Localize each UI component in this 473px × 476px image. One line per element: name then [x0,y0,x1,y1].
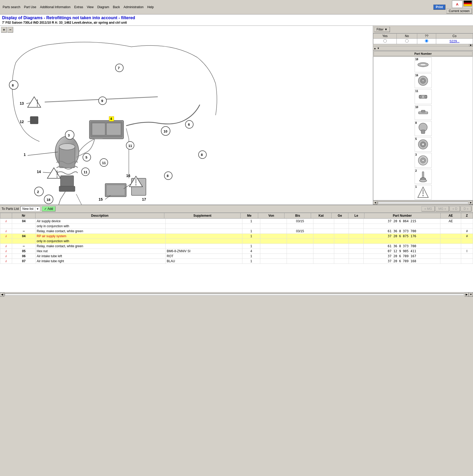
table-cell: i [0,254,12,259]
table-cell [242,224,260,229]
parts-scroll-left-arrow[interactable]: ◀ [0,292,4,297]
table-row[interactable]: i--Relay, make contact, white green161 3… [0,244,473,249]
menu-additional-info[interactable]: Additional Information [38,5,72,9]
menu-back[interactable]: Back [111,5,121,9]
info-icon[interactable]: i [6,245,6,248]
parts-scroll-right-arrow[interactable]: ▶ [465,292,469,297]
thumb-11[interactable]: 11 [415,89,432,104]
table-row[interactable]: i07Air intake tube rightBLAU137 20 6 789… [0,259,473,264]
table-cell: 4 [242,249,260,254]
table-cell [260,234,287,239]
current-screen-button[interactable]: Current screen [446,8,472,14]
zoom-controls: + − [1,27,13,33]
table-cell [313,234,334,239]
main-content: + − [0,26,473,205]
scroll-right-arrow-bottom[interactable]: ▶ [469,201,473,205]
table-cell: 05 [12,249,35,254]
table-cell [334,259,349,264]
scroll-right-arrow[interactable]: ▶ [469,44,473,46]
filter-link[interactable]: S229... [450,39,460,43]
zoom-out-button[interactable]: − [7,27,13,33]
table-cell [287,254,313,259]
thumb-5[interactable]: 5 [415,137,432,152]
table-row[interactable]: i05Hex nutBM6-8-ZNNIV SI407 12 9 905 411… [0,249,473,254]
table-cell: -- [12,244,35,249]
zoom-in-button[interactable]: + [1,27,7,33]
svg-point-85 [422,159,424,161]
info-icon[interactable]: i [6,255,6,258]
table-cell [461,239,473,244]
svg-text:11: 11 [84,170,87,174]
table-cell [349,219,363,224]
filter-radio-no[interactable] [397,39,417,44]
menu-part-use[interactable]: Part Use [22,5,38,9]
table-row[interactable]: i06Air intake tube leftROT137 20 6 789 1… [0,254,473,259]
title-area: Display of Diagrams - Retrofittings not … [0,14,473,26]
menu-view[interactable]: View [85,5,95,9]
thumb-8[interactable]: 8 [415,121,432,136]
col-kat: Kat [311,213,331,219]
table-cell [364,224,440,229]
nav-mg-prev-button[interactable]: « MG [421,206,435,211]
table-cell: only in conjunction with [35,224,165,229]
menu-help[interactable]: Help [146,5,155,9]
info-icon[interactable]: i [6,250,6,253]
new-list-control[interactable]: New list ▼ [21,206,40,211]
table-row[interactable]: i04Air supply device103/1537 20 6 864 21… [0,219,473,224]
svg-text:11: 11 [102,161,106,165]
title-sub-bold: 33_1462 Levell.device, air spring and ct… [59,21,127,24]
table-row[interactable]: only in conjunction with [0,224,473,229]
thumb-1[interactable]: 1 [415,185,432,200]
thumb-18[interactable]: 18 [415,57,432,72]
menu-parts-search[interactable]: Parts search [1,5,22,9]
table-cell [166,234,242,239]
scroll-left-arrow-bottom[interactable]: ◀ [373,201,377,205]
menu-diagram[interactable]: Diagram [96,5,111,9]
table-cell [260,224,287,229]
thumbnails-panel[interactable]: 18 16 11 10 8 5 [373,57,473,200]
nav-d-prev-button[interactable]: « D [450,206,460,211]
parts-scroll-down-arrow[interactable]: ▼ [469,292,473,297]
nav-d-next-button[interactable]: D » [461,206,471,211]
col-ge: Ge [331,213,348,219]
thumb-2[interactable]: 2 [415,169,432,184]
parts-toolbar: To Parts List New list ▼ ✓ Add « MG MG »… [0,205,473,213]
filter-link-cell[interactable]: S229... [436,39,473,44]
thumb-3[interactable]: 3 [415,153,432,168]
diagram-area: + − [0,26,373,205]
table-row[interactable]: i04RP air supply system137 20 6 875 176# [0,234,473,239]
table-cell: 07 12 9 905 411 [364,249,440,254]
menu-extras[interactable]: Extras [73,5,85,9]
table-cell: i [0,229,12,234]
table-row[interactable]: i--Relay, make contact, white green103/1… [0,229,473,234]
to-parts-list-label: To Parts List [2,207,19,211]
table-cell [260,254,287,259]
nav-mg-next-button[interactable]: MG » [435,206,449,211]
table-cell [260,219,287,224]
thumb-16[interactable]: 16 [415,73,432,88]
svg-rect-10 [106,123,121,135]
info-icon[interactable]: i [6,220,6,223]
filter-dropdown-button[interactable]: Filter ▼ [374,27,390,32]
info-icon[interactable]: i [6,230,6,233]
menu-print[interactable]: Print [433,4,445,10]
parts-hscrollbar[interactable]: ◀ ▶ ▼ [0,292,473,296]
expand-arrow[interactable]: ▲ ▼ [374,47,380,50]
parts-table: Nr Description Supplement Me Von Bis Kat… [0,213,473,219]
info-icon[interactable]: i [6,235,6,238]
add-button[interactable]: ✓ Add [42,206,55,211]
table-cell: 04 [12,234,35,239]
thumb-10[interactable]: 10 [415,105,432,120]
info-icon[interactable]: i [6,260,6,263]
new-list-dropdown-arrow[interactable]: ▼ [35,207,40,211]
filter-radio-qq[interactable] [417,39,436,44]
filter-radio-yes[interactable] [373,39,397,44]
thumb-16-label: 16 [415,74,418,77]
col-supplement: Supplement [164,213,241,219]
table-cell [166,224,242,229]
parts-scroll-area[interactable]: i04Air supply device103/1537 20 6 864 21… [0,219,473,292]
table-row[interactable]: only in conjunction with [0,239,473,244]
menu-administration[interactable]: Administration [122,5,145,9]
menubar: Parts search Part Use Additional Informa… [0,0,473,14]
table-cell [461,259,473,264]
